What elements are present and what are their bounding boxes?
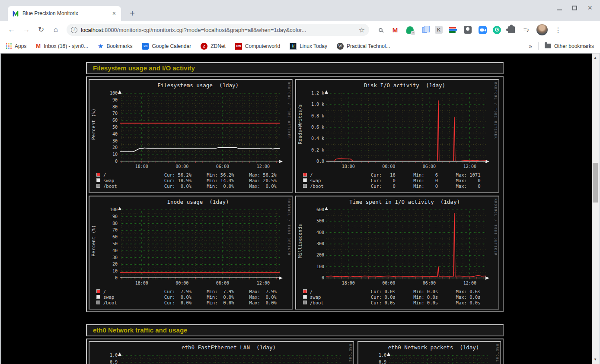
legend-name: swap <box>310 294 371 300</box>
svg-text:06:00: 06:00 <box>216 164 229 169</box>
chart-panel-inode-usage[interactable]: Inode usage (1day) Percent (%) 010203040… <box>89 196 293 310</box>
legend-min: Min: 0.0s <box>413 294 456 300</box>
legend-row: /bootCur: 0.0%Min: 0.0%Max: 0.0% <box>96 300 292 305</box>
bookmark-linux-today[interactable]: ltLinux Today <box>290 43 327 50</box>
video-camera-icon <box>479 26 487 34</box>
url-text[interactable]: localhost:8080/monitorix-cgi/monitorix.c… <box>81 27 356 33</box>
svg-text:60: 60 <box>112 118 118 123</box>
legend-max: Max: 0.0s <box>456 300 498 305</box>
svg-text:20: 20 <box>112 145 118 150</box>
gmail-extension-icon[interactable]: M <box>391 25 399 34</box>
computerworld-icon: CW <box>235 43 242 50</box>
bookmarks-overflow-chevron[interactable]: » <box>529 43 532 50</box>
y-axis-label: Milliseconds <box>297 209 303 273</box>
new-tab-button[interactable]: + <box>126 8 138 20</box>
legend-cur: Cur: 0.0% <box>164 300 207 305</box>
books-extension-icon[interactable] <box>449 25 457 34</box>
svg-text:10: 10 <box>112 269 118 273</box>
bookmarks-bar: Apps MInbox (16) - sjvn0... ★Bookmarks 2… <box>0 39 600 54</box>
chrome-menu-icon[interactable]: ⋮ <box>554 25 562 34</box>
svg-text:00:00: 00:00 <box>176 281 188 285</box>
scrollbar-thumb[interactable] <box>593 163 598 203</box>
scroll-up-icon[interactable]: ▲ <box>592 54 599 61</box>
chart-panel-disk-io[interactable]: Disk I/O activity (1day) Reads+Writes/s … <box>295 79 499 193</box>
bookmark-label: Inbox (16) - sjvn0... <box>44 43 88 49</box>
legend-min: Min: 0.0% <box>207 184 249 189</box>
bookmark-star-icon[interactable]: ☆ <box>359 26 365 34</box>
tab-close-icon[interactable]: × <box>111 10 118 17</box>
svg-text:0.4 k: 0.4 k <box>311 136 324 141</box>
legend-row: /bootCur: 0Min: 0Max: 0 <box>303 183 498 189</box>
bookmark-bookmarks[interactable]: ★Bookmarks <box>98 42 132 50</box>
zoom-extension-icon[interactable] <box>478 25 487 34</box>
playlist-icon[interactable]: ≡♪ <box>522 25 530 34</box>
book-stack-icon <box>449 27 457 33</box>
chart-title: Disk I/O activity (1day) <box>296 80 498 89</box>
close-button[interactable]: × <box>587 5 592 10</box>
reload-icon[interactable]: ↻ <box>35 23 48 36</box>
url-bar[interactable]: i localhost:8080/monitorix-cgi/monitorix… <box>67 24 369 36</box>
bookmark-inbox[interactable]: MInbox (16) - sjvn0... <box>36 43 88 49</box>
legend-swatch <box>303 289 307 293</box>
linux-today-icon: lt <box>290 43 297 50</box>
bookmark-practical-technology[interactable]: WPractical Technol... <box>337 43 390 50</box>
bookmark-label: ZDNet <box>211 43 226 49</box>
svg-text:40: 40 <box>112 248 118 253</box>
chart-title: eth0 FastEthernet LAN (1day) <box>89 342 353 351</box>
browser-chrome: Blue Precision Monitorix × + × ← → ↻ ⌂ i… <box>0 0 600 54</box>
legend-min: Min: 0.0s <box>413 300 456 305</box>
chart-title: Inode usage (1day) <box>89 196 292 206</box>
search-extension-icon[interactable] <box>376 25 385 34</box>
rrdtool-watermark: RRDTOOL / TOBI OETIKER <box>494 82 498 139</box>
legend-name: /boot <box>310 300 371 305</box>
forward-icon[interactable]: → <box>20 23 33 36</box>
legend-row: /Cur: 16Min: 6Max: 1071 <box>303 172 498 177</box>
bookmark-apps[interactable]: Apps <box>6 43 26 49</box>
chart-plot: 0.00.10.20.30.40.50.60.70.80.91.018:0000… <box>361 351 497 364</box>
page-info-icon[interactable]: i <box>71 27 77 33</box>
svg-text:18:00: 18:00 <box>342 281 355 285</box>
svg-text:20: 20 <box>112 262 118 266</box>
bookmark-label: Computerworld <box>245 43 280 49</box>
grammarly-extension-icon[interactable]: G <box>493 26 501 34</box>
svg-text:18:00: 18:00 <box>342 164 355 169</box>
profile-avatar[interactable] <box>536 24 548 35</box>
chart-panel-eth0-packets[interactable]: eth0 Network packets (1day) Packets/s 0.… <box>357 341 501 364</box>
bookmark-zdnet[interactable]: ZZDNet <box>201 43 226 50</box>
svg-text:50: 50 <box>112 241 118 246</box>
home-icon[interactable]: ⌂ <box>49 23 62 36</box>
scrollbar[interactable]: ▲ ▼ <box>592 54 599 364</box>
legend-row: swapCur: 18.9%Min: 14.4%Max: 20.5% <box>96 177 292 183</box>
voice-badge: ? <box>411 31 415 35</box>
svg-text:1.0 k: 1.0 k <box>311 102 324 107</box>
charts-box-network: eth0 FastEthernet LAN (1day) bits/s 0.00… <box>86 339 504 364</box>
minimize-button[interactable] <box>557 5 562 10</box>
zdnet-icon: Z <box>201 43 207 50</box>
chart-panel-eth0-lan[interactable]: eth0 FastEthernet LAN (1day) bits/s 0.00… <box>89 341 354 364</box>
svg-text:06:00: 06:00 <box>216 281 229 285</box>
svg-text:0.9: 0.9 <box>379 360 386 364</box>
svg-text:50: 50 <box>112 125 118 130</box>
svg-text:00:00: 00:00 <box>382 164 395 169</box>
other-bookmarks[interactable]: Other bookmarks <box>545 43 594 49</box>
extensions-row: M ? K G ≡♪ ⋮ <box>376 24 562 35</box>
extensions-puzzle-icon[interactable] <box>507 25 516 34</box>
page-content: Filesystem usage and I/O activity Filesy… <box>0 54 600 364</box>
browser-tab[interactable]: Blue Precision Monitorix × <box>8 6 121 21</box>
scroll-down-icon[interactable]: ▼ <box>592 356 599 363</box>
legend-cur: Cur: 0.0s <box>371 300 413 305</box>
svg-text:500: 500 <box>316 218 324 223</box>
bookmark-google-calendar[interactable]: 28Google Calendar <box>142 43 191 50</box>
bookmark-computerworld[interactable]: CWComputerworld <box>235 43 280 50</box>
svg-text:0: 0 <box>322 275 324 280</box>
actor-extension-icon[interactable]: K <box>435 26 443 34</box>
chart-panel-time-io[interactable]: Time spent in I/O activity (1day) Millis… <box>295 196 499 310</box>
divider <box>538 42 539 50</box>
chart-panel-filesystems-usage[interactable]: Filesystems usage (1day) Percent (%) 010… <box>89 79 293 193</box>
back-icon[interactable]: ← <box>5 23 18 36</box>
voice-extension-icon[interactable]: ? <box>405 25 414 34</box>
lamp-extension-icon[interactable] <box>463 25 472 34</box>
legend-min: Min: 56.2% <box>207 172 249 177</box>
maximize-button[interactable] <box>572 6 577 10</box>
copy-extension-icon[interactable] <box>420 25 429 34</box>
